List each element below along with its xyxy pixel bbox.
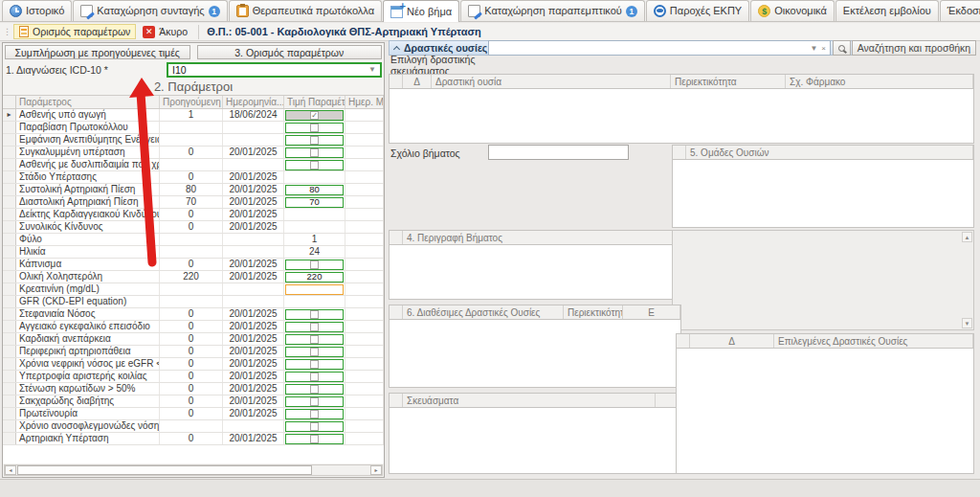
scrollbar-thumb[interactable]: [17, 465, 312, 475]
value-checkbox[interactable]: [285, 123, 344, 133]
scroll-right-icon[interactable]: ▸: [370, 465, 382, 475]
col-selected-substances[interactable]: Επιλεγμένες Δραστικές Ουσίες: [774, 334, 973, 348]
parameter-row[interactable]: Κάπνισμα020/01/2025: [3, 259, 384, 271]
value-checkbox[interactable]: [285, 309, 344, 320]
parameter-row[interactable]: Στεφανιαία Νόσος020/01/2025: [3, 308, 384, 321]
parameter-row[interactable]: ▸Ασθενής υπό αγωγή118/06/2024✓: [3, 109, 384, 122]
tab-4[interactable]: Καταχώρηση παραπεμπτικού1: [460, 0, 645, 21]
define-parameters-button[interactable]: 3. Ορισμός παραμέτρων: [197, 45, 383, 59]
col-content[interactable]: Περιεκτικότητα: [564, 305, 623, 319]
tab-2[interactable]: Θεραπευτικά πρωτόκολλα: [229, 0, 382, 21]
parameter-row[interactable]: GFR (CKD-EPI equation): [3, 296, 384, 308]
tab-8[interactable]: Έκδοση Άδειας Ασθενείας / Ιατρικής Βεβαί…: [940, 0, 980, 21]
parameter-row[interactable]: Παραβίαση Πρωτοκόλλου: [3, 122, 384, 134]
search-and-add-button[interactable]: Αναζήτηση και προσθήκη: [852, 40, 976, 56]
parameter-row[interactable]: Σακχαρώδης διαβήτης020/01/2025: [3, 395, 384, 408]
icd10-combo[interactable]: Ι10 ▼: [167, 62, 382, 78]
tab-6[interactable]: Οικονομικά: [750, 0, 835, 21]
col-param-value[interactable]: Τιμή Παραμέτ...: [284, 96, 345, 108]
parameter-row[interactable]: Αγγειακό εγκεφαλικό επεισόδιο020/01/2025: [3, 321, 384, 333]
parameter-row[interactable]: Εμφάνιση Ανεπιθύμητης Ενέργειας: [3, 134, 384, 147]
toolbar-grip[interactable]: ⋮: [3, 27, 11, 36]
substances-table-header: Δ Δραστική ουσία Περιεκτικότητα Σχ. Φάρμ…: [389, 74, 974, 89]
parameter-row[interactable]: Στένωση καρωτίδων > 50%020/01/2025: [3, 383, 384, 395]
value-input-warning[interactable]: [285, 284, 344, 295]
parameter-row[interactable]: Συστολική Αρτηριακή Πίεση8020/01/202580: [3, 184, 384, 196]
parameter-row[interactable]: Συγκαλυμμένη υπέρταση020/01/2025: [3, 147, 384, 159]
chevron-down-icon[interactable]: ▼: [368, 65, 376, 74]
combo-dropdown-icon[interactable]: ▼: [808, 44, 819, 53]
parameter-row[interactable]: Ηλικία24: [3, 246, 384, 259]
value-checkbox[interactable]: [285, 160, 344, 170]
tab-5[interactable]: Παροχές ΕΚΠΥ: [646, 0, 749, 21]
value-checkbox[interactable]: [285, 135, 344, 146]
parameter-row[interactable]: Διαστολική Αρτηριακή Πίεση7020/01/202570: [3, 196, 384, 209]
value-checkbox[interactable]: [285, 147, 344, 158]
cell-tprev: 0: [160, 408, 223, 419]
tab-0[interactable]: Ιστορικό: [2, 0, 72, 21]
value-checkbox[interactable]: [285, 434, 344, 444]
col-content[interactable]: Περιεκτικότητα: [671, 75, 786, 88]
value-input[interactable]: 70: [285, 197, 344, 208]
tab-3[interactable]: Νέο βήμα: [383, 0, 459, 22]
value-checkbox[interactable]: [285, 322, 344, 332]
parameter-row[interactable]: Πρωτεϊνουρία020/01/2025: [3, 408, 384, 420]
scroll-down-icon[interactable]: ▼: [962, 318, 972, 328]
cell-tind: [3, 420, 16, 432]
parameter-row[interactable]: Καρδιακή ανεπάρκεια020/01/2025: [3, 333, 384, 346]
define-parameters-tool[interactable]: Ορισμός παραμέτρων: [13, 24, 136, 39]
parameter-row[interactable]: Συνολικός Κίνδυνος020/01/2025: [3, 221, 384, 234]
col-e[interactable]: Ε: [623, 305, 680, 319]
value-checkbox[interactable]: [285, 359, 344, 370]
col-delta[interactable]: Δ: [690, 334, 774, 348]
step-description-title[interactable]: 4. Περιγραφή Βήματος: [403, 231, 680, 244]
parameter-row[interactable]: Κρεατινίνη (mg/dL): [3, 283, 384, 296]
value-checkbox[interactable]: ✓: [285, 110, 344, 121]
parameter-row[interactable]: Χρόνια νεφρική νόσος με eGFR <30 mL/...0…: [3, 358, 384, 371]
parameter-row[interactable]: Στάδιο Υπέρτασης020/01/2025: [3, 171, 384, 184]
value-input[interactable]: 80: [285, 185, 344, 195]
parameter-row[interactable]: Υπερτροφία αριστερής κοιλίας020/01/2025: [3, 371, 384, 383]
col-delta[interactable]: Δ: [403, 75, 432, 88]
col-previous-value[interactable]: Προηγούμενη τιμή: [160, 96, 223, 108]
parameter-row[interactable]: Ολική Χοληστερόλη22020/01/2025220: [3, 271, 384, 283]
value-checkbox[interactable]: [285, 347, 344, 357]
parameter-row[interactable]: Ασθενής με δυσλιπιδαιμία που χρήζει αγ..…: [3, 159, 384, 171]
horizontal-scrollbar[interactable]: ◂ ▸: [4, 464, 383, 476]
parameter-row[interactable]: Δείκτης Καρδιαγγειακού Κινδύνου (HELLEN.…: [3, 209, 384, 221]
col-rel-drug[interactable]: Σχ. Φάρμακο: [786, 75, 973, 88]
value-checkbox[interactable]: [285, 260, 344, 270]
checkbox-icon: [310, 335, 319, 344]
cell-thm: [345, 283, 384, 295]
substance-groups-title[interactable]: 5. Ομάδες Ουσιών: [686, 146, 973, 159]
search-button[interactable]: [833, 40, 851, 56]
scroll-left-icon[interactable]: ◂: [5, 465, 16, 475]
col-parameter[interactable]: Παράμετρος: [16, 96, 160, 108]
value-checkbox[interactable]: [285, 372, 344, 382]
formulations-title[interactable]: Σκευάσματα: [403, 394, 656, 407]
step-comment-input[interactable]: [488, 145, 629, 160]
value-checkbox[interactable]: [285, 421, 344, 432]
cancel-tool[interactable]: ✕ Άκυρο: [138, 25, 192, 39]
col-measure-date[interactable]: Ημερ. Μέτρ: [345, 96, 384, 108]
parameter-row[interactable]: Φύλο1: [3, 234, 384, 246]
substance-combo[interactable]: ▼ ×: [488, 40, 831, 56]
value-checkbox[interactable]: [285, 334, 344, 345]
cell-tprev: 0: [160, 395, 223, 407]
value-checkbox[interactable]: [285, 396, 344, 407]
col-available-substances[interactable]: 6. Διαθέσιμες Δραστικές Ουσίες: [403, 305, 564, 319]
value-input[interactable]: 220: [285, 272, 344, 282]
parameter-row[interactable]: Αρτηριακή Υπέρταση020/01/2025: [3, 433, 384, 445]
combo-clear-icon[interactable]: ×: [819, 44, 828, 53]
parameter-row[interactable]: Περιφερική αρτηριοπάθεια020/01/2025: [3, 346, 384, 358]
collapse-chevron-icon[interactable]: [393, 45, 400, 52]
parameter-row[interactable]: Χρόνιο ανοσοφλεγμονώδες νόσημα: [3, 420, 384, 433]
col-active-substance[interactable]: Δραστική ουσία: [432, 75, 671, 88]
tab-7[interactable]: Εκτέλεση εμβολίου: [835, 0, 939, 21]
tab-1[interactable]: Καταχώρηση συνταγής1: [73, 0, 227, 21]
scroll-up-icon[interactable]: ▲: [962, 232, 972, 242]
col-date[interactable]: Ημερομηνία...: [223, 96, 284, 108]
value-checkbox[interactable]: [285, 409, 344, 419]
fill-previous-values-button[interactable]: Συμπλήρωση με προηγούμενες τιμές: [5, 45, 190, 59]
value-checkbox[interactable]: [285, 384, 344, 395]
